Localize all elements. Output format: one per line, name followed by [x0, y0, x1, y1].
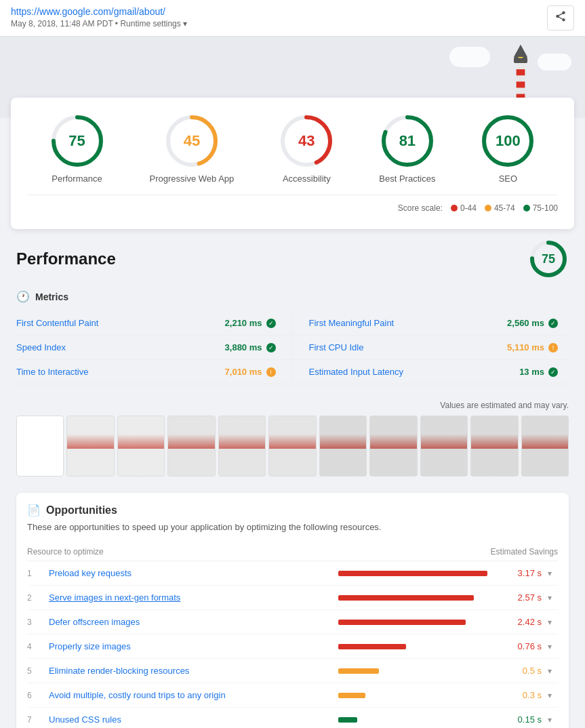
cloud-decoration-1	[449, 47, 490, 67]
top-bar: https://www.google.com/gmail/about/ May …	[0, 0, 585, 37]
opp-expand-chevron[interactable]: ▾	[542, 593, 558, 603]
score-item-performance[interactable]: 75 Performance	[50, 114, 104, 184]
opportunities-list: 1 Preload key requests 3.17 s ▾ 2 Serve …	[27, 561, 558, 728]
opp-expand-chevron[interactable]: ▾	[542, 618, 558, 627]
metric-value: 2,210 ms ✓	[225, 318, 276, 328]
page-url[interactable]: https://www.google.com/gmail/about/	[11, 6, 165, 17]
opp-bar	[338, 571, 487, 576]
opportunity-row: 5 Eliminate render-blocking resources 0.…	[27, 659, 558, 683]
metric-row: Time to Interactive 7,010 ms !	[16, 360, 293, 384]
metric-indicator: ✓	[548, 319, 558, 328]
performance-score-value: 75	[542, 252, 555, 266]
metric-indicator: !	[266, 367, 276, 377]
opportunity-row: 1 Preload key requests 3.17 s ▾	[27, 561, 558, 586]
opp-num: 7	[27, 715, 49, 725]
filmstrip-frame	[218, 416, 266, 477]
opp-name[interactable]: Unused CSS rules	[49, 714, 338, 725]
opp-name[interactable]: Serve images in next-gen formats	[49, 592, 338, 603]
opp-num: 1	[27, 569, 49, 578]
opp-bar	[338, 668, 379, 674]
opp-expand-chevron[interactable]: ▾	[542, 691, 558, 700]
metric-val-text: 3,880 ms	[225, 342, 262, 352]
clock-icon: 🕐	[16, 290, 30, 303]
metric-value: 3,880 ms ✓	[225, 342, 276, 352]
opp-savings: 2.57 s	[501, 592, 542, 603]
opportunity-row: 4 Properly size images 0.76 s ▾	[27, 634, 558, 659]
share-button[interactable]	[547, 5, 574, 31]
opp-name[interactable]: Defer offscreen images	[49, 617, 338, 627]
opportunity-row: 2 Serve images in next-gen formats 2.57 …	[27, 586, 558, 610]
metric-val-text: 7,010 ms	[225, 367, 262, 377]
metric-val-text: 2,210 ms	[225, 318, 262, 328]
score-label-performance: Performance	[52, 174, 102, 184]
metrics-section: 🕐 Metrics First Contentful Paint 2,210 m…	[16, 290, 569, 384]
score-label-accessibility: Accessibility	[283, 174, 331, 184]
opportunities-header: 📄 Opportunities	[27, 504, 558, 517]
opp-expand-chevron[interactable]: ▾	[542, 642, 558, 651]
opp-expand-chevron[interactable]: ▾	[542, 666, 558, 676]
filmstrip-frame	[369, 416, 417, 477]
metric-value: 13 ms ✓	[519, 367, 558, 377]
metric-name[interactable]: First Meaningful Paint	[309, 318, 395, 328]
filmstrip-frame	[420, 416, 468, 477]
opp-name[interactable]: Avoid multiple, costly round trips to an…	[49, 690, 338, 700]
metric-row: First Contentful Paint 2,210 ms ✓	[16, 311, 293, 336]
opportunities-icon: 📄	[27, 504, 41, 517]
scale-dot-red	[451, 205, 458, 211]
svg-marker-7	[514, 45, 527, 57]
svg-rect-2	[517, 81, 525, 87]
score-value-best-practices: 81	[399, 132, 416, 150]
svg-rect-0	[517, 62, 525, 99]
metric-name[interactable]: First CPU Idle	[309, 342, 364, 352]
scale-dot-orange	[485, 205, 491, 211]
opp-name[interactable]: Properly size images	[49, 641, 338, 651]
page-meta: May 8, 2018, 11:48 AM PDT • Runtime sett…	[11, 19, 187, 28]
url-section: https://www.google.com/gmail/about/ May …	[11, 5, 187, 28]
svg-rect-1	[517, 69, 525, 75]
metric-val-text: 13 ms	[519, 367, 544, 377]
opp-name[interactable]: Preload key requests	[49, 568, 338, 578]
score-value-accessibility: 43	[298, 132, 315, 150]
performance-score-circle: 75	[528, 239, 569, 279]
metric-row: Estimated Input Latency 13 ms ✓	[293, 360, 569, 384]
scale-item-orange: 45-74	[485, 203, 515, 213]
metric-row: Speed Index 3,880 ms ✓	[16, 336, 293, 360]
score-item-accessibility[interactable]: 43 Accessibility	[279, 114, 334, 184]
metrics-grid: First Contentful Paint 2,210 ms ✓ First …	[16, 311, 569, 384]
opp-savings: 2.42 s	[501, 617, 542, 627]
opp-bar	[338, 693, 365, 698]
opportunities-section: 📄 Opportunities These are opportunities …	[16, 493, 569, 728]
filmstrip-frame	[521, 416, 569, 477]
opp-expand-chevron[interactable]: ▾	[542, 569, 558, 578]
filmstrip-frame	[319, 416, 367, 477]
metrics-header: 🕐 Metrics	[16, 290, 569, 303]
metric-indicator: ✓	[266, 319, 276, 328]
metric-name[interactable]: Estimated Input Latency	[309, 367, 403, 377]
opp-bar-container	[338, 717, 501, 723]
opp-num: 5	[27, 666, 49, 676]
score-item-pwa[interactable]: 45 Progressive Web App	[150, 114, 235, 184]
opp-bar	[338, 644, 406, 649]
opp-name[interactable]: Eliminate render-blocking resources	[49, 666, 338, 676]
metric-indicator: ✓	[548, 367, 558, 377]
opp-expand-chevron[interactable]: ▾	[542, 715, 558, 725]
filmstrip-frame	[16, 416, 64, 477]
score-value-seo: 100	[496, 132, 521, 150]
opp-num: 3	[27, 618, 49, 627]
metric-val-text: 2,560 ms	[507, 318, 544, 328]
score-circle-pwa: 45	[165, 114, 219, 168]
metric-name[interactable]: First Contentful Paint	[16, 318, 98, 328]
opp-bar	[338, 620, 466, 625]
metric-name[interactable]: Time to Interactive	[16, 367, 88, 377]
score-circle-accessibility: 43	[279, 114, 334, 168]
metric-name[interactable]: Speed Index	[16, 342, 66, 352]
opp-bar-container	[338, 668, 501, 674]
score-scale: Score scale: 0-44 45-74 75-100	[27, 195, 558, 213]
col-savings-label: Estimated Savings	[355, 547, 558, 557]
score-item-best-practices[interactable]: 81 Best Practices	[379, 114, 435, 184]
scale-range-orange: 45-74	[494, 203, 515, 213]
estimated-note: Values are estimated and may vary.	[16, 401, 569, 410]
score-item-seo[interactable]: 100 SEO	[481, 114, 535, 184]
score-scale-label: Score scale:	[398, 203, 443, 213]
opp-num: 2	[27, 593, 49, 603]
